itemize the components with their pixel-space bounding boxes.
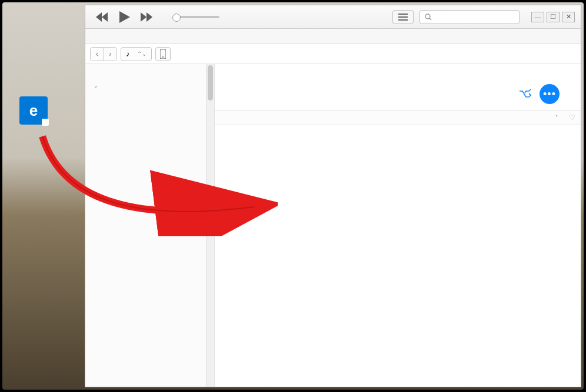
search-icon bbox=[425, 14, 432, 21]
shuffle-icon bbox=[520, 89, 531, 99]
main-content: ••• ˄ ♡ bbox=[215, 64, 581, 387]
chevron-updown-icon: ⌃⌄ bbox=[137, 51, 146, 57]
window-controls: — ☐ ✕ bbox=[531, 12, 575, 22]
more-actions-button[interactable]: ••• bbox=[540, 84, 560, 104]
nav-back-button[interactable]: ‹ bbox=[91, 48, 104, 61]
titlebar: — ☐ ✕ bbox=[85, 5, 581, 29]
minimize-button[interactable]: — bbox=[531, 12, 544, 22]
nav-forward-button[interactable]: › bbox=[104, 48, 116, 61]
table-body bbox=[215, 125, 581, 387]
edge-ebook-icon: e bbox=[19, 96, 48, 125]
svg-point-2 bbox=[162, 56, 164, 58]
desktop-file-icon[interactable]: e bbox=[13, 96, 54, 127]
close-button[interactable]: ✕ bbox=[562, 12, 575, 22]
phone-icon bbox=[160, 49, 166, 59]
itunes-window: — ☐ ✕ ‹ › ♪ ⌃⌄ bbox=[85, 5, 581, 387]
device-button[interactable] bbox=[155, 47, 171, 61]
table-header: ˄ ♡ bbox=[215, 110, 581, 125]
sidebar-header-devices bbox=[85, 71, 214, 78]
shuffle-all-button[interactable] bbox=[516, 89, 531, 99]
col-favorite[interactable]: ♡ bbox=[563, 113, 581, 122]
search-input[interactable] bbox=[419, 10, 520, 24]
menubar bbox=[85, 29, 581, 44]
sidebar-scrollbar[interactable] bbox=[206, 64, 214, 387]
sidebar-header-library bbox=[85, 64, 214, 71]
sort-asc-icon: ˄ bbox=[555, 115, 558, 120]
volume-slider[interactable] bbox=[172, 16, 219, 18]
chevron-down-icon[interactable]: ⌄ bbox=[94, 83, 98, 89]
desktop: e bbox=[2, 2, 584, 390]
queue-button[interactable] bbox=[392, 10, 414, 24]
sidebar: ⌄ bbox=[85, 64, 215, 387]
sidebar-header-playlists: ⌄ bbox=[85, 78, 214, 91]
playback-controls bbox=[85, 11, 230, 23]
prev-track-icon[interactable] bbox=[96, 12, 109, 22]
sub-toolbar: ‹ › ♪ ⌃⌄ bbox=[85, 44, 581, 64]
maximize-button[interactable]: ☐ bbox=[547, 12, 560, 22]
play-icon[interactable] bbox=[119, 11, 130, 23]
col-author[interactable]: ˄ bbox=[457, 115, 563, 120]
svg-point-0 bbox=[425, 14, 430, 19]
media-type-selector[interactable]: ♪ ⌃⌄ bbox=[121, 47, 152, 61]
music-note-icon: ♪ bbox=[126, 49, 130, 58]
nav-back-forward: ‹ › bbox=[90, 47, 117, 61]
next-track-icon[interactable] bbox=[141, 12, 154, 22]
